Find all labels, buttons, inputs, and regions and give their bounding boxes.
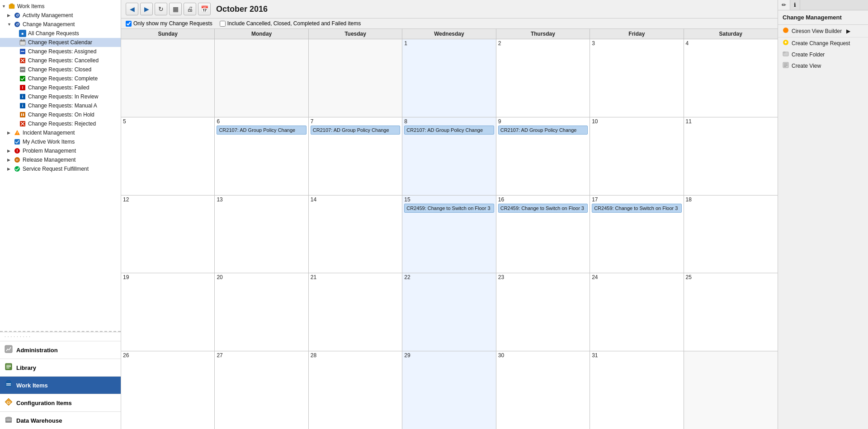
cal-day-18: 18 bbox=[684, 196, 778, 273]
nav-item-configuration-items[interactable]: CIConfiguration Items bbox=[0, 394, 121, 411]
right-action-create-folder[interactable]: Create Folder bbox=[778, 49, 868, 60]
right-tab-tab-tasks[interactable]: ✏ bbox=[778, 0, 790, 10]
include-cancelled-filter[interactable]: Include Cancelled, Closed, Completed and… bbox=[220, 20, 361, 27]
tree-icon-work-items-root bbox=[8, 3, 15, 10]
cal-day-number-8: 8 bbox=[404, 118, 494, 125]
tree-label-work-items-root: Work Items bbox=[17, 3, 44, 9]
only-my-changes-filter[interactable]: Only show my Change Requests bbox=[126, 20, 212, 27]
right-action-create-view[interactable]: Create View bbox=[778, 60, 868, 71]
tree-icon-change-requests-cancelled bbox=[19, 57, 26, 64]
cal-day-number-22: 22 bbox=[404, 274, 494, 280]
right-action-create-change-request[interactable]: ✦Create Change Request bbox=[778, 37, 868, 49]
cal-header-wednesday: Wednesday bbox=[402, 29, 496, 39]
cal-day-number-4: 4 bbox=[686, 40, 776, 47]
sidebar-item-change-requests-assigned[interactable]: Change Requests: Assigned bbox=[0, 47, 121, 56]
svg-text:i: i bbox=[22, 103, 24, 108]
cal-event-2-3-0[interactable]: CR2459: Change to Switch on Floor 3 bbox=[404, 204, 494, 213]
tree-icon-change-management: ↺ bbox=[14, 21, 21, 28]
print-button[interactable]: 🖨 bbox=[184, 3, 196, 15]
cal-day-30: 30 bbox=[496, 351, 590, 429]
cal-event-2-5-0[interactable]: CR2459: Change to Switch on Floor 3 bbox=[592, 204, 681, 213]
svg-rect-27 bbox=[21, 113, 22, 116]
sidebar-item-change-management[interactable]: ▼↺Change Management bbox=[0, 20, 121, 29]
sidebar-item-activity-management[interactable]: ▶↺Activity Management bbox=[0, 11, 121, 20]
sidebar-item-change-requests-manual[interactable]: iChange Requests: Manual A bbox=[0, 101, 121, 110]
svg-rect-43 bbox=[6, 366, 11, 367]
cal-event-2-4-0[interactable]: CR2459: Change to Switch on Floor 3 bbox=[498, 204, 588, 213]
include-cancelled-checkbox[interactable] bbox=[220, 21, 226, 27]
refresh-button[interactable]: ↻ bbox=[155, 3, 167, 15]
tree-label-change-requests-complete: Change Requests: Complete bbox=[28, 75, 98, 82]
tree-icon-incident-management: ! bbox=[14, 129, 21, 136]
svg-rect-48 bbox=[6, 385, 11, 386]
tree-label-change-requests-on-hold: Change Requests: On Hold bbox=[28, 112, 94, 118]
cal-day-number-24: 24 bbox=[592, 274, 681, 280]
cal-day-number-28: 28 bbox=[311, 352, 400, 359]
cal-day-14: 14 bbox=[309, 196, 402, 273]
svg-rect-34 bbox=[14, 139, 20, 145]
svg-text:✦: ✦ bbox=[784, 40, 788, 45]
nav-item-work-items[interactable]: Work Items bbox=[0, 376, 121, 394]
right-tab-tab-info[interactable]: ℹ bbox=[790, 0, 800, 10]
cal-day-number-26: 26 bbox=[123, 352, 212, 359]
sidebar-item-change-requests-on-hold[interactable]: Change Requests: On Hold bbox=[0, 110, 121, 119]
cal-event-1-3-0[interactable]: CR2107: AD Group Policy Change bbox=[404, 126, 494, 135]
sidebar-item-change-requests-complete[interactable]: Change Requests: Complete bbox=[0, 74, 121, 83]
sidebar-item-change-requests-rejected[interactable]: Change Requests: Rejected bbox=[0, 119, 121, 128]
nav-icon-administration bbox=[5, 345, 13, 355]
sidebar-item-problem-management[interactable]: ▶!Problem Management bbox=[0, 146, 121, 155]
tree-icon-my-active-work-items bbox=[14, 138, 21, 145]
tree-icon-change-requests-failed: ! bbox=[19, 84, 26, 91]
sidebar-item-work-items-root[interactable]: ▼Work Items bbox=[0, 2, 121, 11]
cal-event-1-1-0[interactable]: CR2107: AD Group Policy Change bbox=[217, 126, 306, 135]
sidebar-item-my-active-work-items[interactable]: My Active Work Items bbox=[0, 137, 121, 146]
cal-day-8: 8CR2107: AD Group Policy Change bbox=[402, 117, 496, 195]
svg-rect-1 bbox=[10, 4, 13, 5]
cal-day-number-16: 16 bbox=[498, 196, 588, 203]
cal-day-number-17: 17 bbox=[592, 196, 681, 203]
sidebar-item-change-requests-cancelled[interactable]: Change Requests: Cancelled bbox=[0, 56, 121, 65]
main-content: ◀ ▶ ↻ ▦ 🖨 📅 October 2016 Only show my Ch… bbox=[121, 0, 778, 429]
cal-day-17: 17CR2459: Change to Switch on Floor 3 bbox=[590, 196, 684, 273]
nav-item-library[interactable]: Library bbox=[0, 359, 121, 376]
sidebar-item-service-request-fulfillment[interactable]: ▶Service Request Fulfillment bbox=[0, 164, 121, 173]
cal-day-number-30: 30 bbox=[498, 352, 588, 359]
cal-day-22: 22 bbox=[402, 273, 496, 351]
right-action-cireson-view-builder[interactable]: Cireson View Builder▶ bbox=[778, 25, 868, 37]
cal-event-1-4-0[interactable]: CR2107: AD Group Policy Change bbox=[498, 126, 588, 135]
only-my-changes-checkbox[interactable] bbox=[126, 21, 132, 27]
sidebar-item-release-management[interactable]: ▶RRelease Management bbox=[0, 155, 121, 164]
cal-day-number-2: 2 bbox=[498, 40, 588, 47]
cal-event-1-2-0[interactable]: CR2107: AD Group Policy Change bbox=[311, 126, 400, 135]
nav-item-administration[interactable]: Administration bbox=[0, 341, 121, 359]
svg-point-54 bbox=[783, 28, 788, 33]
sidebar-item-all-change-requests[interactable]: ■All Change Requests bbox=[0, 29, 121, 38]
only-my-changes-label: Only show my Change Requests bbox=[133, 20, 212, 27]
cal-day-number-25: 25 bbox=[686, 274, 776, 280]
svg-rect-9 bbox=[20, 40, 25, 42]
tree-label-change-request-calendar: Change Request Calendar bbox=[28, 39, 92, 46]
sidebar-item-change-requests-in-review[interactable]: iChange Requests: In Review bbox=[0, 92, 121, 101]
svg-text:!: ! bbox=[22, 85, 24, 90]
svg-text:↺: ↺ bbox=[16, 14, 19, 18]
tree-icon-change-requests-complete bbox=[19, 75, 26, 82]
tree-arrow-service-request-fulfillment: ▶ bbox=[7, 167, 13, 171]
sidebar-item-incident-management[interactable]: ▶!Incident Management bbox=[0, 128, 121, 137]
sidebar-item-change-requests-failed[interactable]: !Change Requests: Failed bbox=[0, 83, 121, 92]
svg-rect-0 bbox=[9, 5, 14, 9]
svg-rect-60 bbox=[784, 64, 788, 64]
month-view-button[interactable]: 📅 bbox=[198, 3, 211, 15]
svg-text:R: R bbox=[16, 158, 19, 162]
svg-text:↺: ↺ bbox=[16, 23, 19, 27]
cal-day-number-12: 12 bbox=[123, 196, 212, 203]
day-view-button[interactable]: ▦ bbox=[169, 3, 182, 15]
cal-header-tuesday: Tuesday bbox=[309, 29, 402, 39]
svg-text:CI: CI bbox=[7, 401, 10, 405]
nav-forward-button[interactable]: ▶ bbox=[140, 3, 153, 15]
nav-back-button[interactable]: ◀ bbox=[126, 3, 138, 15]
nav-item-data-warehouse[interactable]: Data Warehouse bbox=[0, 411, 121, 429]
cal-week-0: 1234 bbox=[121, 39, 778, 117]
sidebar-item-change-request-calendar[interactable]: Change Request Calendar bbox=[0, 38, 121, 47]
sidebar-item-change-requests-closed[interactable]: Change Requests: Closed bbox=[0, 65, 121, 74]
cal-week-2: 12131415CR2459: Change to Switch on Floo… bbox=[121, 196, 778, 274]
